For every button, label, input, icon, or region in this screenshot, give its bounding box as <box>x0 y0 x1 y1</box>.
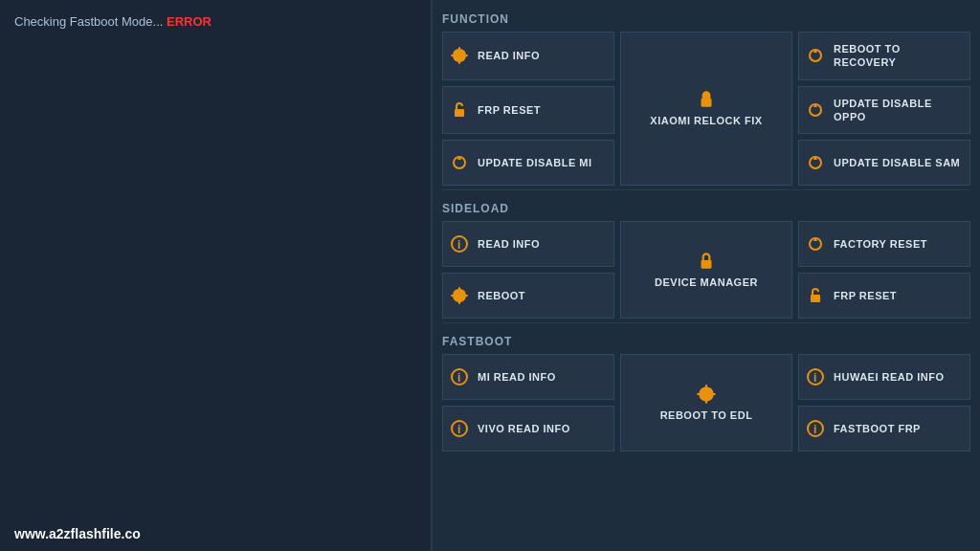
divider-2 <box>442 322 970 323</box>
svg-rect-5 <box>702 260 712 269</box>
svg-rect-1 <box>702 99 712 107</box>
watermark: www.a2zflashfile.co <box>14 526 141 541</box>
log-area: Checking Fastboot Mode... ERROR <box>0 0 431 43</box>
update-disable-mi-label: UPDATE DISABLE MI <box>478 156 592 169</box>
xiaomi-relock-label: XIAOMI RELOCK FIX <box>650 114 762 127</box>
frp-reset-label: FRP RESET <box>478 103 541 117</box>
reboot-button[interactable]: REBOOT <box>442 273 614 319</box>
divider-1 <box>442 189 970 190</box>
factory-reset-label: FACTORY RESET <box>834 237 927 251</box>
device-manager-icon <box>696 251 717 272</box>
update-sam-icon <box>805 152 826 173</box>
svg-rect-2 <box>455 109 464 117</box>
update-disable-sam-label: UPDATE DISABLE SAM <box>834 156 960 169</box>
sideload-grid: i READ INFO DEVICE MANAGER FACTORY R <box>442 221 970 319</box>
huawei-info-icon: i <box>805 366 826 387</box>
gear-icon <box>449 45 470 66</box>
sideload-read-info-button[interactable]: i READ INFO <box>442 221 614 267</box>
factory-reset-button[interactable]: FACTORY RESET <box>798 221 970 267</box>
svg-text:i: i <box>457 371 461 385</box>
update-disable-oppo-button[interactable]: UPDATE DISABLE OPPO <box>798 86 970 135</box>
lock-orange-icon <box>696 89 717 110</box>
read-info-label: READ INFO <box>478 49 540 62</box>
info-icon-1: i <box>449 233 470 254</box>
reboot-recovery-icon <box>805 45 826 66</box>
read-info-button[interactable]: READ INFO <box>442 32 614 80</box>
svg-text:i: i <box>457 238 461 252</box>
frp-sideload-icon <box>805 285 826 306</box>
svg-text:i: i <box>813 371 817 385</box>
xiaomi-relock-button[interactable]: XIAOMI RELOCK FIX <box>620 32 792 186</box>
reboot-to-edl-button[interactable]: REBOOT TO EDL <box>620 354 792 452</box>
left-panel: Checking Fastboot Mode... ERROR www.a2zf… <box>0 0 433 551</box>
log-error: ERROR <box>167 14 212 29</box>
fastboot-grid: i MI READ INFO REBOOT TO EDL i HUWAEI <box>442 354 970 452</box>
unlock-icon <box>449 99 470 121</box>
sideload-section-label: SIDELOAD <box>442 194 970 221</box>
mi-info-icon: i <box>449 366 470 387</box>
log-text: Checking Fastboot Mode... <box>14 14 167 29</box>
reboot-icon <box>449 285 470 306</box>
fastboot-section-label: FASTBOOT <box>442 327 970 354</box>
right-panel: FUNCTION READ INFO XIAOMI RELOCK FIX <box>433 0 980 551</box>
huawei-read-info-label: HUWAEI READ INFO <box>834 370 945 384</box>
vivo-read-info-label: VIVO READ INFO <box>478 422 570 435</box>
factory-reset-icon <box>805 233 826 254</box>
frp-reset-sideload-button[interactable]: FRP RESET <box>798 273 970 319</box>
update-mi-icon <box>449 152 470 173</box>
vivo-read-info-button[interactable]: i VIVO READ INFO <box>442 406 614 452</box>
reboot-edl-icon <box>696 384 717 405</box>
mi-read-info-button[interactable]: i MI READ INFO <box>442 354 614 400</box>
update-disable-oppo-label: UPDATE DISABLE OPPO <box>834 97 964 124</box>
device-manager-button[interactable]: DEVICE MANAGER <box>620 221 792 319</box>
fastboot-frp-label: FASTBOOT FRP <box>834 422 921 435</box>
function-grid: READ INFO XIAOMI RELOCK FIX REBOOT TO RE… <box>442 32 970 186</box>
frp-reset-sideload-label: FRP RESET <box>834 289 897 302</box>
function-section-label: FUNCTION <box>442 5 970 32</box>
reboot-to-edl-label: REBOOT TO EDL <box>660 408 753 422</box>
svg-text:i: i <box>457 423 461 436</box>
sideload-read-info-label: READ INFO <box>478 237 540 251</box>
svg-rect-7 <box>811 295 820 302</box>
frp-reset-button[interactable]: FRP RESET <box>442 86 614 135</box>
update-disable-sam-button[interactable]: UPDATE DISABLE SAM <box>798 140 970 186</box>
fastboot-frp-icon: i <box>805 418 826 439</box>
mi-read-info-label: MI READ INFO <box>478 370 556 384</box>
vivo-info-icon: i <box>449 418 470 439</box>
reboot-to-recovery-button[interactable]: REBOOT TO RECOVERY <box>798 32 970 80</box>
reboot-label: REBOOT <box>478 289 525 302</box>
device-manager-label: DEVICE MANAGER <box>655 276 758 289</box>
huawei-read-info-button[interactable]: i HUWAEI READ INFO <box>798 354 970 400</box>
reboot-to-recovery-label: REBOOT TO RECOVERY <box>834 42 964 70</box>
svg-text:i: i <box>813 423 817 436</box>
update-disable-mi-button[interactable]: UPDATE DISABLE MI <box>442 140 614 186</box>
fastboot-frp-button[interactable]: i FASTBOOT FRP <box>798 406 970 452</box>
update-oppo-icon <box>805 99 826 121</box>
